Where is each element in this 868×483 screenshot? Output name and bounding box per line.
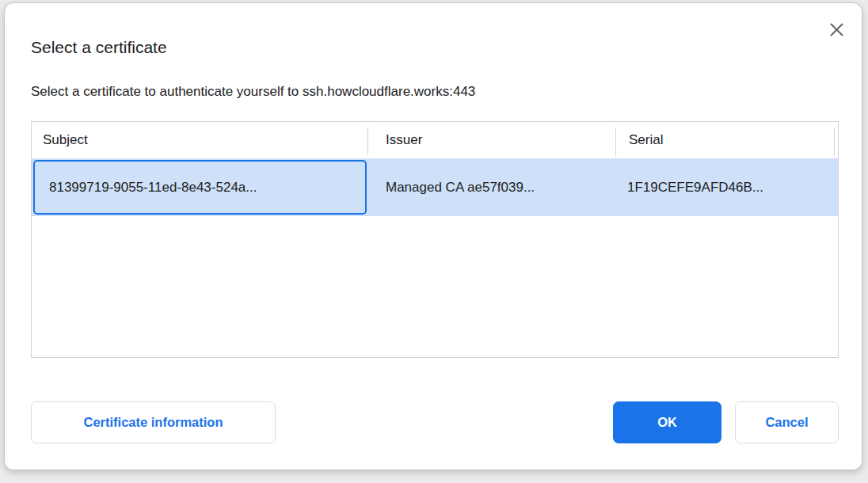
certificate-select-dialog: Select a certificate Select a certificat…	[4, 2, 862, 470]
ok-button[interactable]: OK	[613, 401, 721, 443]
dialog-title: Select a certificate	[31, 36, 167, 59]
close-icon	[829, 22, 844, 37]
cell-serial[interactable]: 1F19CEFE9AFD46B...	[616, 158, 838, 216]
dialog-subtitle: Select a certificate to authenticate you…	[31, 82, 475, 101]
column-header-subject[interactable]: Subject	[32, 122, 368, 158]
certificate-table: Subject Issuer Serial 81399719-9055-11ed…	[31, 121, 839, 358]
column-header-serial[interactable]: Serial	[616, 122, 835, 158]
table-header: Subject Issuer Serial	[32, 122, 838, 158]
header-scrollbar-gutter	[835, 122, 838, 158]
cancel-button[interactable]: Cancel	[735, 401, 839, 443]
column-header-issuer[interactable]: Issuer	[368, 122, 616, 158]
close-button[interactable]	[821, 14, 851, 44]
cell-subject[interactable]: 81399719-9055-11ed-8e43-524a...	[33, 160, 367, 215]
cell-issuer[interactable]: Managed CA ae57f039...	[367, 158, 616, 216]
certificate-row[interactable]: 81399719-9055-11ed-8e43-524a... Managed …	[32, 158, 838, 216]
certificate-information-button[interactable]: Certificate information	[31, 401, 276, 443]
